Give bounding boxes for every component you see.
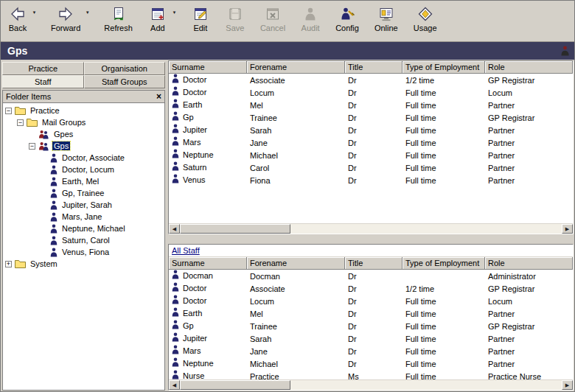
tree-item-jupiter-sarah[interactable]: Jupiter, Sarah [3, 199, 164, 211]
online-button[interactable]: Online [372, 3, 401, 34]
tree-expander-icon[interactable]: − [29, 143, 35, 150]
table-row[interactable]: DoctorAssociateDr1/2 timeGP Registrar [169, 282, 573, 295]
table-row[interactable]: EarthMelDrFull timePartner [169, 99, 573, 111]
table-row[interactable]: DoctorAssociateDr1/2 timeGP Registrar [169, 74, 573, 86]
add-label: Add [150, 24, 165, 32]
back-button[interactable]: Back [5, 3, 30, 34]
cell-forename: Mel [247, 99, 345, 111]
table-row[interactable]: MarsJaneDrFull timePartner [169, 136, 573, 149]
table-row[interactable]: JupiterSarahDrFull timePartner [169, 332, 573, 345]
column-header-role[interactable]: Role [485, 61, 573, 74]
tree-item-mars-jane[interactable]: Mars, Jane [3, 211, 164, 223]
cell-title: Dr [345, 74, 402, 86]
cell-surname: Docman [169, 270, 247, 282]
cell-surname: Saturn [169, 161, 247, 174]
column-header-surname[interactable]: Surname [169, 61, 247, 74]
cell-title: Dr [345, 345, 402, 357]
column-header-forename[interactable]: Forename [247, 257, 345, 270]
table-row[interactable]: MarsJaneDrFull timePartner [169, 345, 573, 357]
tree-expander-icon[interactable]: + [5, 261, 12, 267]
cell-title: Dr [345, 332, 402, 345]
tree-item-gps[interactable]: −Gps [3, 140, 164, 152]
table-row[interactable]: EarthMelDrFull timePartner [169, 307, 573, 320]
scroll-right-button[interactable]: ▶ [562, 380, 573, 390]
tree-item-neptune-michael[interactable]: Neptune, Michael [3, 223, 164, 234]
tree-item-venus-fiona[interactable]: Venus, Fiona [3, 246, 164, 258]
edit-icon [192, 5, 209, 23]
tree-item-system[interactable]: +System [3, 258, 164, 270]
column-header-role[interactable]: Role [485, 257, 573, 270]
back-dropdown[interactable]: ▼ [30, 10, 38, 15]
all-staff-hscrollbar[interactable]: ◀ ▶ [169, 379, 573, 390]
column-header-surname[interactable]: Surname [169, 257, 247, 270]
tree-item-earth-mel[interactable]: Earth, Mel [3, 175, 164, 187]
table-row[interactable]: DocmanDocmanDrAdministrator [169, 270, 573, 282]
person-icon [172, 74, 179, 85]
refresh-button[interactable]: Refresh [101, 3, 136, 34]
tree-expander-icon[interactable]: − [17, 119, 24, 126]
tab-staff-groups[interactable]: Staff Groups [84, 75, 166, 88]
scroll-track[interactable] [290, 380, 562, 390]
cell-text: Gp [183, 113, 194, 122]
tab-organisation[interactable]: Organisation [84, 62, 166, 75]
close-icon[interactable]: × [156, 92, 161, 101]
person-icon [172, 345, 179, 356]
cell-forename: Trainee [247, 320, 345, 332]
column-header-type-of-employment[interactable]: Type of Employment [402, 257, 485, 270]
tree-item-label: System [29, 259, 59, 268]
group-members-rows: SurnameForenameTitleType of EmploymentRo… [169, 61, 573, 223]
person-icon [172, 282, 179, 293]
table-row[interactable]: JupiterSarahDrFull timePartner [169, 124, 573, 136]
group-table-hscrollbar[interactable]: ◀ ▶ [169, 223, 573, 234]
table-row[interactable]: GpTraineeDrFull timeGP Registrar [169, 320, 573, 332]
column-header-title[interactable]: Title [345, 257, 402, 270]
column-header-title[interactable]: Title [345, 61, 402, 74]
add-dropdown[interactable]: ▼ [170, 10, 178, 15]
tree-item-practice[interactable]: −Practice [3, 105, 164, 116]
tree-item-mail-groups[interactable]: −Mail Groups [3, 116, 164, 128]
column-header-type-of-employment[interactable]: Type of Employment [402, 61, 485, 74]
tree-item-doctor-locum[interactable]: Doctor, Locum [3, 164, 164, 175]
forward-button[interactable]: Forward [48, 3, 83, 34]
scroll-left-button[interactable]: ◀ [169, 380, 180, 390]
scroll-left-button[interactable]: ◀ [169, 224, 180, 234]
tab-practice[interactable]: Practice [2, 62, 84, 75]
forward-icon [57, 5, 74, 23]
cell-role: Administrator [485, 270, 573, 282]
horizontal-splitter[interactable] [168, 234, 574, 244]
tree-item-saturn-carol[interactable]: Saturn, Carol [3, 234, 164, 246]
group-members-panel: SurnameForenameTitleType of EmploymentRo… [168, 60, 574, 234]
tab-staff[interactable]: Staff [2, 75, 84, 88]
tree-item-doctor-associate[interactable]: Doctor, Associate [3, 152, 164, 164]
person-icon [172, 307, 179, 318]
table-row[interactable]: SaturnCarolDrFull timePartner [169, 161, 573, 174]
tree-expander-icon[interactable]: − [5, 108, 12, 114]
add-button[interactable]: Add [145, 3, 170, 34]
config-button[interactable]: Config [332, 3, 362, 34]
cell-type-of-employment: Full time [402, 149, 485, 161]
scroll-track[interactable] [290, 224, 562, 234]
table-row[interactable]: NeptuneMichaelDrFull timePartner [169, 357, 573, 370]
cell-role: Partner [485, 99, 573, 111]
scroll-thumb[interactable] [180, 380, 290, 390]
scroll-right-button[interactable]: ▶ [562, 224, 573, 234]
table-row[interactable]: GpTraineeDrFull timeGP Registrar [169, 111, 573, 124]
usage-button[interactable]: Usage [411, 3, 440, 34]
tree-item-gpes[interactable]: Gpes [3, 128, 164, 140]
all-staff-link[interactable]: All Staff [172, 246, 200, 255]
cell-title: Dr [345, 86, 402, 99]
scroll-thumb[interactable] [180, 224, 290, 234]
add-icon [149, 5, 167, 23]
column-header-forename[interactable]: Forename [247, 61, 345, 74]
forward-dropdown[interactable]: ▼ [83, 10, 91, 15]
edit-button[interactable]: Edit [188, 3, 213, 34]
table-row[interactable]: DoctorLocumDrFull timeLocum [169, 86, 573, 99]
table-row[interactable]: NursePracticeMsFull timePractice Nurse [169, 370, 573, 379]
table-row[interactable]: NeptuneMichaelDrFull timePartner [169, 149, 573, 161]
table-row[interactable]: DoctorLocumDrFull timeLocum [169, 295, 573, 307]
table-row[interactable]: VenusFionaDrFull timePartner [169, 174, 573, 186]
person-icon [50, 189, 58, 198]
cell-text: Earth [183, 309, 202, 318]
tree-item-gp-trainee[interactable]: Gp, Trainee [3, 187, 164, 199]
toolbar-group-save: Save [223, 3, 248, 34]
